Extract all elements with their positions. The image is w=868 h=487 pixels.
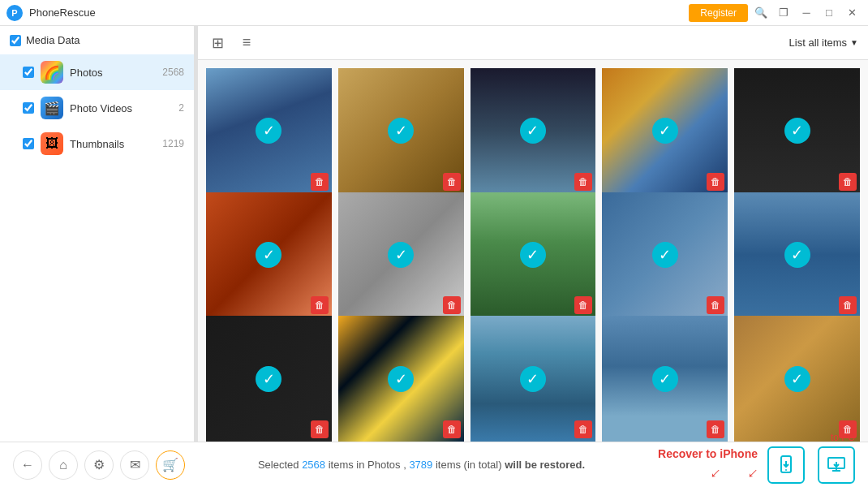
- settings-button[interactable]: ⚙: [84, 450, 114, 480]
- cart-button[interactable]: 🛒: [156, 450, 185, 480]
- back-button[interactable]: ←: [13, 450, 42, 480]
- thumbnails-count: 1219: [162, 138, 184, 149]
- photo-delete-12[interactable]: 🗑: [443, 420, 461, 438]
- photo-check-8: ✓: [520, 242, 546, 268]
- photo-item-5[interactable]: ✓🗑: [734, 68, 860, 194]
- photo-delete-2[interactable]: 🗑: [443, 173, 461, 191]
- photo-grid: ✓🗑✓🗑✓🗑✓🗑✓🗑✓🗑✓🗑✓🗑✓🗑✓🗑✓🗑✓🗑✓🗑✓🗑✓🗑: [198, 60, 868, 442]
- thumbnails-icon: 🖼: [41, 132, 63, 155]
- videos-icon: 🎬: [41, 97, 63, 119]
- minimize-button[interactable]: ─: [797, 3, 816, 23]
- photo-delete-9[interactable]: 🗑: [707, 296, 724, 314]
- thumbnails-label: Thumbnails: [70, 138, 156, 150]
- photo-delete-13[interactable]: 🗑: [574, 420, 592, 438]
- photo-item-9[interactable]: ✓🗑: [602, 192, 728, 318]
- photo-delete-4[interactable]: 🗑: [707, 173, 724, 191]
- photo-check-1: ✓: [256, 118, 281, 144]
- photo-item-13[interactable]: ✓🗑: [471, 316, 596, 442]
- photo-item-4[interactable]: ✓🗑: [602, 68, 728, 194]
- toolbar: ⊞ ≡ List all items ▼: [198, 26, 868, 60]
- recover-iphone-label: Recover to iPhone: [658, 447, 758, 460]
- photo-check-7: ✓: [388, 242, 414, 268]
- photo-check-5: ✓: [784, 118, 810, 144]
- photo-check-10: ✓: [784, 242, 810, 268]
- sidebar-item-thumbnails[interactable]: 🖼 Thumbnails 1219: [0, 126, 194, 162]
- photo-delete-1[interactable]: 🗑: [311, 173, 329, 191]
- app-name: PhoneRescue: [29, 6, 96, 19]
- register-button[interactable]: Register: [689, 4, 748, 22]
- sidebar-header: Media Data: [0, 26, 194, 54]
- maximize-button[interactable]: □: [819, 3, 839, 23]
- recover-pc-arrow: ↓: [744, 463, 763, 482]
- photo-check-15: ✓: [784, 366, 810, 392]
- photo-item-10[interactable]: ✓🗑: [734, 192, 860, 318]
- photo-check-6: ✓: [256, 242, 281, 268]
- photos-label: Photos: [70, 67, 156, 79]
- sidebar-item-photos[interactable]: 🌈 Photos 2568: [0, 54, 194, 90]
- nav-buttons: ← ⌂ ⚙ ✉ 🛒: [13, 450, 185, 480]
- title-bar-left: P PhoneRescue: [6, 5, 96, 21]
- photo-check-2: ✓: [388, 118, 414, 144]
- close-button[interactable]: ✕: [842, 3, 862, 23]
- videos-label: Photo Videos: [70, 102, 172, 114]
- status-bar: ← ⌂ ⚙ ✉ 🛒 Selected 2568 items in Photos …: [0, 442, 868, 487]
- photo-check-13: ✓: [520, 366, 546, 392]
- photo-check-3: ✓: [520, 118, 546, 144]
- recover-to-pc-button[interactable]: to PC: [818, 446, 855, 484]
- photo-item-14[interactable]: ✓🗑: [602, 316, 728, 442]
- home-button[interactable]: ⌂: [49, 450, 78, 480]
- restore-button[interactable]: ❐: [774, 3, 793, 23]
- title-bar-controls: Register 🔍 ❐ ─ □ ✕: [689, 3, 862, 23]
- photo-delete-6[interactable]: 🗑: [311, 296, 329, 314]
- photo-check-9: ✓: [652, 242, 678, 268]
- sidebar-header-label: Media Data: [26, 34, 79, 46]
- photo-item-11[interactable]: ✓🗑: [206, 316, 332, 442]
- app-logo: P: [6, 5, 23, 21]
- iphone-icon: [776, 455, 797, 476]
- photos-icon: 🌈: [41, 61, 63, 84]
- grid-view-button[interactable]: ⊞: [208, 33, 227, 53]
- toolbar-left: ⊞ ≡: [208, 33, 256, 53]
- photo-delete-8[interactable]: 🗑: [574, 296, 592, 314]
- status-text: Selected 2568 items in Photos , 3789 ite…: [258, 459, 585, 471]
- photo-item-6[interactable]: ✓🗑: [206, 192, 332, 318]
- chevron-down-icon: ▼: [850, 38, 858, 47]
- photo-delete-14[interactable]: 🗑: [707, 420, 724, 438]
- photos-count: 2568: [162, 67, 184, 78]
- pc-icon: [826, 455, 847, 476]
- photo-check-14: ✓: [652, 366, 678, 392]
- photo-item-3[interactable]: ✓🗑: [471, 68, 596, 194]
- recover-iphone-arrow: ↓: [707, 463, 725, 482]
- photo-delete-11[interactable]: 🗑: [311, 420, 329, 438]
- photo-item-7[interactable]: ✓🗑: [338, 192, 464, 318]
- list-all-button[interactable]: List all items ▼: [789, 37, 858, 49]
- recover-to-iphone-button[interactable]: [767, 446, 805, 484]
- photos-checkbox[interactable]: [23, 67, 34, 78]
- photo-item-12[interactable]: ✓🗑: [338, 316, 464, 442]
- photo-check-12: ✓: [388, 366, 414, 392]
- photo-item-1[interactable]: ✓🗑: [206, 68, 332, 194]
- photo-check-4: ✓: [652, 118, 678, 144]
- search-button[interactable]: 🔍: [751, 3, 771, 23]
- photo-delete-5[interactable]: 🗑: [839, 173, 857, 191]
- photo-item-15[interactable]: ✓🗑: [734, 316, 860, 442]
- photo-item-2[interactable]: ✓🗑: [338, 68, 464, 194]
- sidebar-item-photo-videos[interactable]: 🎬 Photo Videos 2: [0, 90, 194, 126]
- photo-delete-10[interactable]: 🗑: [839, 296, 857, 314]
- photo-delete-7[interactable]: 🗑: [443, 296, 461, 314]
- photo-item-8[interactable]: ✓🗑: [471, 192, 596, 318]
- recover-label: Recover to iPhone ↓ ↓: [658, 447, 758, 482]
- content-area: ⊞ ≡ List all items ▼ ✓🗑✓🗑✓🗑✓🗑✓🗑✓🗑✓🗑✓🗑✓🗑✓…: [198, 26, 868, 442]
- toolbar-right: List all items ▼: [789, 37, 858, 49]
- to-pc-label: to PC: [831, 432, 855, 443]
- svg-point-1: [785, 469, 787, 471]
- list-view-button[interactable]: ≡: [237, 33, 256, 53]
- title-bar: P PhoneRescue Register 🔍 ❐ ─ □ ✕: [0, 0, 868, 26]
- thumbnails-checkbox[interactable]: [23, 138, 34, 149]
- mail-button[interactable]: ✉: [120, 450, 149, 480]
- photo-delete-3[interactable]: 🗑: [574, 173, 592, 191]
- recover-section: Recover to iPhone ↓ ↓ to PC: [658, 446, 855, 484]
- main-layout: Media Data 🌈 Photos 2568 🎬 Photo Videos …: [0, 26, 868, 442]
- media-data-checkbox[interactable]: [10, 35, 21, 46]
- videos-checkbox[interactable]: [23, 102, 34, 114]
